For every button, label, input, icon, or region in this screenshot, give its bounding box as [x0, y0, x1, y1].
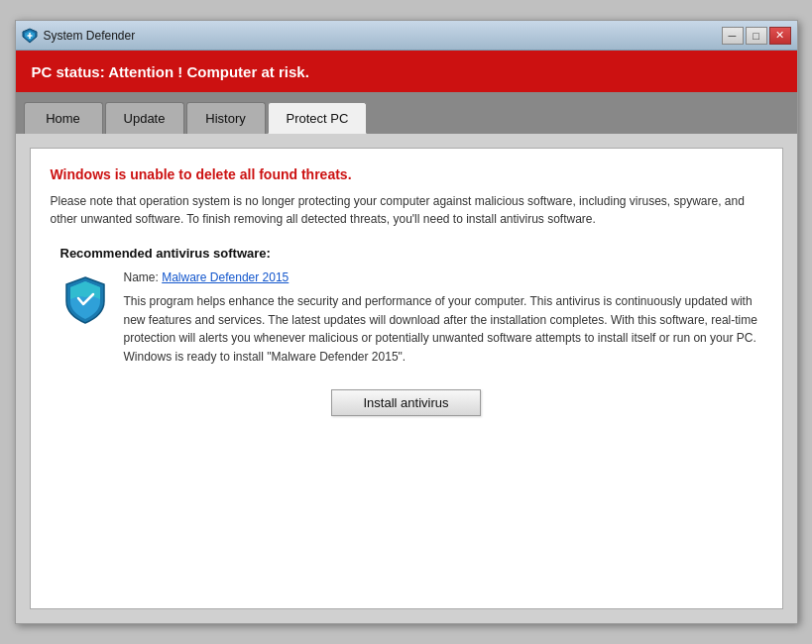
titlebar-buttons: ─ □ ✕ [722, 27, 791, 45]
tab-update[interactable]: Update [105, 102, 184, 134]
main-window: System Defender ─ □ ✕ PC status: Attenti… [15, 20, 798, 624]
recommended-label: Recommended antivirus software: [60, 246, 762, 261]
software-link[interactable]: Malware Defender 2015 [162, 270, 289, 284]
software-name-row: Name: Malware Defender 2015 [124, 270, 762, 284]
recommended-section: Recommended antivirus software: [60, 246, 762, 366]
content-panel: Windows is unable to delete all found th… [30, 148, 783, 609]
install-antivirus-button[interactable]: Install antivirus [331, 389, 482, 416]
tab-bar: Home Update History Protect PC [16, 92, 797, 134]
titlebar: System Defender ─ □ ✕ [16, 21, 797, 51]
titlebar-left: System Defender [22, 28, 136, 44]
minimize-button[interactable]: ─ [722, 27, 744, 45]
name-label: Name: [124, 270, 159, 284]
shield-icon [60, 272, 110, 327]
app-icon [22, 28, 38, 44]
install-row: Install antivirus [51, 389, 762, 416]
status-bar: PC status: Attention ! Computer at risk. [16, 51, 797, 92]
alert-title: Windows is unable to delete all found th… [51, 166, 762, 182]
content-area: Windows is unable to delete all found th… [16, 134, 797, 623]
software-description: This program helps enhance the security … [124, 292, 762, 366]
alert-description: Please note that operation system is no … [51, 192, 762, 228]
tab-home[interactable]: Home [24, 102, 103, 134]
maximize-button[interactable]: □ [746, 27, 767, 45]
close-button[interactable]: ✕ [769, 27, 791, 45]
status-text: PC status: Attention ! Computer at risk. [32, 63, 309, 80]
tab-history[interactable]: History [186, 102, 266, 134]
window-title: System Defender [44, 29, 136, 43]
software-row: Name: Malware Defender 2015 This program… [60, 270, 762, 366]
software-info: Name: Malware Defender 2015 This program… [124, 270, 762, 366]
tab-protect-pc[interactable]: Protect PC [268, 102, 368, 134]
